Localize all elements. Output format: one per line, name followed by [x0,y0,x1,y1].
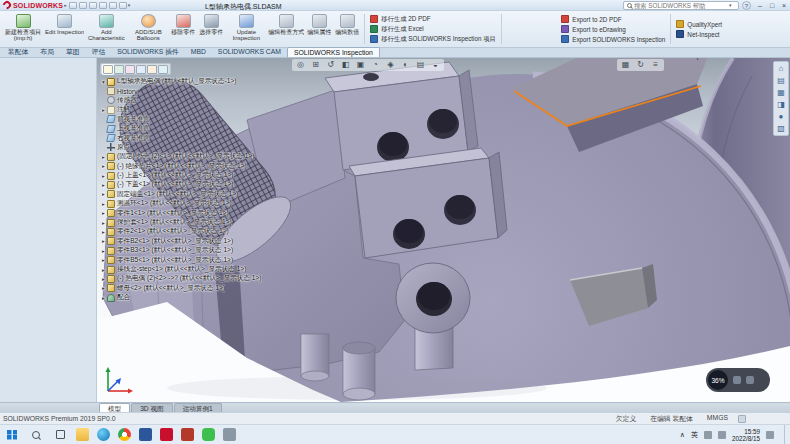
show-desktop-button[interactable] [784,425,788,444]
expand-arrow-icon[interactable]: ▸ [100,229,107,235]
tree-item[interactable]: ▸ 零件B2<1> (默认<<默认>_显示状态 1>) [100,237,290,246]
dimxpertmanager-tab-icon[interactable] [136,65,146,74]
display-style-icon[interactable]: ◔ [369,59,382,71]
minimize-button[interactable]: – [754,2,766,9]
tree-item[interactable]: ▸ (-) 上盖<1> (默认<<默认>_显示状态 1>) [100,171,290,180]
section-view-icon[interactable]: ◧ [339,59,352,71]
home-icon[interactable]: ⌂ [779,64,784,73]
options-overlay-icon[interactable]: ≡ [649,59,662,71]
new-inspection-project-button[interactable]: 新建检查项目 (imp:h) [2,12,44,46]
help-search-box[interactable]: ▾ [623,1,739,10]
tree-item[interactable]: ▸ 固定端盖<1> (默认<<默认>_显示状态 1>) [100,190,290,199]
solidworks-icon[interactable] [160,428,173,441]
tree-item[interactable]: 前视基准面 [100,115,290,124]
tab-assembly[interactable]: 装配体 [2,47,34,57]
tree-item[interactable]: ▸ 螺母<2> (默认<<默认>_显示状态 1>) [100,284,290,293]
menu-expand-icon[interactable]: ▸ [64,2,67,8]
tree-item[interactable]: ▸ 接线盒-step<1> (默认<<默认>_显示状态 1>) [100,265,290,274]
tree-item[interactable]: ▸ (-) 热电偶 (2)<2> ->? (默认<<默认>_显示状态 1>) [100,274,290,283]
expand-arrow-icon[interactable]: ▸ [100,163,107,169]
tab-solidworks-inspection[interactable]: SOLIDWORKS Inspection [287,47,380,57]
displaymanager-tab-icon[interactable] [147,65,157,74]
open-document-icon[interactable] [79,2,87,9]
expand-arrow-icon[interactable]: ▸ [100,173,107,179]
expand-arrow-icon[interactable]: ▸ [100,220,107,226]
close-button[interactable]: × [778,2,790,9]
tree-item[interactable]: ▸ 配合 [100,293,290,302]
tree-item[interactable]: ▸ (-) 绝缘垫片<1> (默认<<默认>_显示状态 1>) [100,162,290,171]
expand-arrow-icon[interactable]: ▸ [100,107,107,113]
previous-view-icon[interactable]: ↺ [324,59,337,71]
tree-item[interactable]: ▸ (-) 下盖<1> (默认<<默认>_显示状态 1>) [100,180,290,189]
overlay-tool-icon[interactable] [733,376,741,384]
tree-item[interactable]: ▸ 注解 [100,105,290,114]
expand-arrow-icon[interactable]: ▸ [100,295,107,301]
generate-2d-pdf-button[interactable]: 移行生成 2D PDF [368,14,497,24]
help-search-input[interactable] [634,2,726,9]
tree-item[interactable]: ▸ 零件1<1> (默认<<默认>_显示状态 1>) [100,208,290,217]
tree-item[interactable]: ▸ 测温环<1> (默认<<默认>_显示状态 1>) [100,199,290,208]
task-view-button[interactable] [48,425,72,444]
tab-evaluate[interactable]: 评估 [86,47,112,57]
cad-icon[interactable] [181,428,194,441]
print-icon[interactable] [99,2,107,9]
tab-3d-views[interactable]: 3D 视图 [131,403,172,412]
taskbar-search-button[interactable] [24,425,48,444]
tab-sketch[interactable]: 草图 [60,47,86,57]
tab-mbd[interactable]: MBD [185,47,212,57]
tray-chevron-icon[interactable]: ∧ [680,431,685,439]
inspection-overlay-icon[interactable]: ▦ [619,59,632,71]
file-explorer-icon[interactable]: ▦ [777,88,785,97]
block-upper-top-hole[interactable] [363,73,379,81]
tree-item[interactable]: ▸ (固定) 外壳 (2)<1> (默认<<默认>_显示状态 1>) [100,152,290,161]
propertymanager-tab-icon[interactable] [114,65,124,74]
tree-item[interactable]: 上视基准面 [100,124,290,133]
tree-item[interactable]: ▸ 零件B5<1> (默认<<默认>_显示状态 1>) [100,255,290,264]
expand-arrow-icon[interactable]: ▸ [100,267,107,273]
expand-arrow-icon[interactable]: ▸ [100,191,107,197]
design-library-icon[interactable]: ▤ [777,76,785,85]
expand-arrow-icon[interactable]: ▸ [100,210,107,216]
tab-layout[interactable]: 布局 [34,47,60,57]
status-item[interactable]: MMGS [707,414,728,424]
expand-arrow-icon[interactable]: ▸ [100,201,107,207]
update-inspection-button[interactable]: Update Inspection [225,12,267,46]
tree-item[interactable]: ▸ 保护套<1> (默认<<默认>_显示状态 1>) [100,218,290,227]
taskbar-clock[interactable]: 15:59 2022/8/15 [732,428,760,442]
export-2d-pdf-button[interactable]: Export to 2D PDF [559,14,667,24]
zoom-fit-icon[interactable]: ◎ [294,59,307,71]
tree-root-item[interactable]: ▾ L型轴承热电偶 (默认<默认_显示状态-1>) [100,77,290,86]
hide-show-items-icon[interactable]: ◈ [384,59,397,71]
tree-item[interactable]: 右视基准面 [100,133,290,142]
remove-part-button[interactable]: 移除零件 [169,12,197,46]
tree-item[interactable]: ▸ 零件2<1> (默认<<默认>_显示状态 1>) [100,227,290,236]
edit-properties-button[interactable]: 编辑属性 [305,12,333,46]
save-icon[interactable] [89,2,97,9]
tool-icon[interactable] [223,428,236,441]
undo-icon[interactable] [109,2,117,9]
action-center-icon[interactable] [766,431,774,439]
custom-properties-icon[interactable]: ▧ [777,124,785,133]
export-inspection-button[interactable]: Export SOLIDWORKS Inspection [559,34,667,44]
add-characteristic-button[interactable]: Add Characteristic [85,12,127,46]
model-peg-1[interactable] [343,342,375,400]
select-part-button[interactable]: 选择零件 [197,12,225,46]
zoom-overlay[interactable]: 36% [706,368,770,392]
expand-arrow-icon[interactable]: ▸ [100,285,107,291]
model-peg-2[interactable] [301,334,329,381]
office-icon[interactable] [139,428,152,441]
tree-item[interactable]: ▸ 零件B3<1> (默认<<默认>_显示状态 1>) [100,246,290,255]
configurationmanager-tab-icon[interactable] [125,65,135,74]
browser-icon[interactable] [118,428,131,441]
view-settings-icon[interactable]: ◒ [429,59,442,71]
view-palette-icon[interactable]: ◨ [777,100,785,109]
expand-arrow-icon[interactable]: ▸ [100,238,107,244]
tab-model[interactable]: 模型 [99,403,130,412]
view-orientation-icon[interactable]: ▣ [354,59,367,71]
inspection-manager-tab-icon[interactable] [158,65,168,74]
add-sub-balloons-button[interactable]: ADD/SUB Balloons [127,12,169,46]
start-button[interactable] [0,425,24,444]
qualityxpert-button[interactable]: QualityXpert [674,19,724,29]
tab-solidworks-cam[interactable]: SOLIDWORKS CAM [212,47,287,57]
status-item[interactable]: 欠定义 [616,414,636,424]
